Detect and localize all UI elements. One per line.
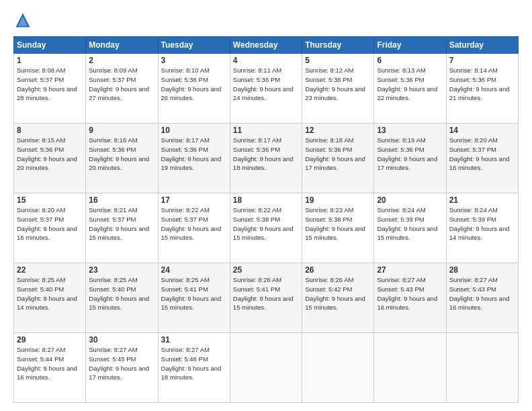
day-number: 30 [89, 335, 154, 345]
daylight-label: Daylight: 9 hours and 16 minutes. [449, 295, 510, 312]
sunset-label: Sunset: 5:36 PM [89, 146, 136, 153]
calendar-cell: 8 Sunrise: 8:15 AM Sunset: 5:36 PM Dayli… [14, 124, 86, 193]
calendar-cell: 21 Sunrise: 8:24 AM Sunset: 5:39 PM Dayl… [446, 193, 518, 263]
calendar-table: SundayMondayTuesdayWednesdayThursdayFrid… [13, 36, 519, 403]
sunrise-label: Sunrise: 8:09 AM [89, 66, 137, 74]
daylight-label: Daylight: 9 hours and 16 minutes. [377, 295, 437, 312]
page-header [13, 11, 519, 30]
day-number: 22 [17, 265, 83, 275]
calendar-week-row: 1 Sunrise: 8:08 AM Sunset: 5:37 PM Dayli… [14, 54, 519, 124]
day-number: 29 [17, 335, 83, 345]
day-number: 4 [233, 56, 299, 65]
day-info: Sunrise: 8:19 AM Sunset: 5:36 PM Dayligh… [377, 136, 443, 173]
calendar-cell: 12 Sunrise: 8:18 AM Sunset: 5:36 PM Dayl… [302, 124, 374, 193]
sunset-label: Sunset: 5:37 PM [89, 216, 136, 223]
day-header: Monday [86, 37, 158, 54]
sunrise-label: Sunrise: 8:21 AM [89, 206, 137, 214]
sunrise-label: Sunrise: 8:20 AM [17, 206, 65, 214]
day-info: Sunrise: 8:27 AM Sunset: 5:46 PM Dayligh… [161, 345, 227, 382]
daylight-label: Daylight: 9 hours and 23 minutes. [305, 85, 365, 102]
day-info: Sunrise: 8:27 AM Sunset: 5:43 PM Dayligh… [449, 275, 515, 312]
sunset-label: Sunset: 5:36 PM [233, 76, 280, 83]
sunrise-label: Sunrise: 8:08 AM [17, 66, 65, 74]
day-info: Sunrise: 8:23 AM Sunset: 5:38 PM Dayligh… [305, 205, 371, 242]
calendar-cell: 15 Sunrise: 8:20 AM Sunset: 5:37 PM Dayl… [14, 193, 86, 263]
day-header: Saturday [446, 37, 518, 54]
sunrise-label: Sunrise: 8:14 AM [449, 66, 498, 74]
sunrise-label: Sunrise: 8:12 AM [305, 66, 353, 74]
day-header: Thursday [302, 37, 374, 54]
sunrise-label: Sunrise: 8:26 AM [305, 276, 353, 283]
calendar-cell: 19 Sunrise: 8:23 AM Sunset: 5:38 PM Dayl… [302, 193, 374, 263]
day-info: Sunrise: 8:10 AM Sunset: 5:36 PM Dayligh… [161, 66, 227, 103]
calendar-cell: 3 Sunrise: 8:10 AM Sunset: 5:36 PM Dayli… [158, 54, 230, 124]
day-number: 10 [161, 126, 227, 135]
sunset-label: Sunset: 5:36 PM [305, 76, 352, 83]
day-number: 14 [449, 126, 515, 135]
day-number: 26 [305, 265, 371, 275]
day-info: Sunrise: 8:25 AM Sunset: 5:41 PM Dayligh… [161, 275, 227, 312]
day-number: 11 [233, 126, 299, 135]
day-info: Sunrise: 8:22 AM Sunset: 5:37 PM Dayligh… [161, 205, 227, 242]
sunrise-label: Sunrise: 8:15 AM [17, 136, 65, 144]
daylight-label: Daylight: 9 hours and 22 minutes. [377, 85, 437, 102]
calendar-cell: 14 Sunrise: 8:20 AM Sunset: 5:37 PM Dayl… [446, 124, 518, 193]
day-number: 9 [89, 126, 154, 135]
daylight-label: Daylight: 9 hours and 15 minutes. [161, 225, 222, 242]
day-number: 5 [305, 56, 371, 65]
day-number: 25 [233, 265, 299, 275]
day-number: 23 [89, 265, 154, 275]
daylight-label: Daylight: 9 hours and 27 minutes. [89, 85, 149, 102]
sunset-label: Sunset: 5:43 PM [377, 285, 424, 293]
daylight-label: Daylight: 9 hours and 16 minutes. [449, 155, 510, 172]
day-number: 8 [17, 126, 83, 135]
sunrise-label: Sunrise: 8:27 AM [449, 276, 498, 283]
calendar-cell: 2 Sunrise: 8:09 AM Sunset: 5:37 PM Dayli… [86, 54, 158, 124]
calendar-cell: 5 Sunrise: 8:12 AM Sunset: 5:36 PM Dayli… [302, 54, 374, 124]
day-info: Sunrise: 8:08 AM Sunset: 5:37 PM Dayligh… [17, 66, 83, 103]
sunrise-label: Sunrise: 8:22 AM [233, 206, 281, 214]
sunrise-label: Sunrise: 8:25 AM [17, 276, 65, 283]
day-number: 20 [377, 195, 443, 205]
day-header: Wednesday [230, 37, 302, 54]
daylight-label: Daylight: 9 hours and 16 minutes. [17, 225, 77, 242]
daylight-label: Daylight: 9 hours and 16 minutes. [17, 365, 77, 381]
sunrise-label: Sunrise: 8:17 AM [161, 136, 210, 144]
daylight-label: Daylight: 9 hours and 20 minutes. [89, 155, 149, 172]
sunset-label: Sunset: 5:36 PM [449, 76, 496, 83]
day-info: Sunrise: 8:14 AM Sunset: 5:36 PM Dayligh… [449, 66, 515, 103]
daylight-label: Daylight: 9 hours and 17 minutes. [305, 155, 365, 172]
day-number: 24 [161, 265, 227, 275]
sunset-label: Sunset: 5:41 PM [233, 285, 280, 293]
day-number: 7 [449, 56, 515, 65]
calendar-cell: 28 Sunrise: 8:27 AM Sunset: 5:43 PM Dayl… [446, 263, 518, 333]
calendar-cell: 25 Sunrise: 8:26 AM Sunset: 5:41 PM Dayl… [230, 263, 302, 333]
calendar-cell: 1 Sunrise: 8:08 AM Sunset: 5:37 PM Dayli… [14, 54, 86, 124]
sunrise-label: Sunrise: 8:13 AM [377, 66, 425, 74]
sunset-label: Sunset: 5:39 PM [377, 216, 424, 223]
logo [13, 11, 35, 30]
daylight-label: Daylight: 9 hours and 14 minutes. [449, 225, 510, 242]
day-info: Sunrise: 8:11 AM Sunset: 5:36 PM Dayligh… [233, 66, 299, 103]
sunset-label: Sunset: 5:36 PM [161, 76, 208, 83]
day-info: Sunrise: 8:25 AM Sunset: 5:40 PM Dayligh… [89, 275, 154, 312]
day-number: 21 [449, 195, 515, 205]
daylight-label: Daylight: 9 hours and 15 minutes. [305, 295, 365, 312]
calendar-cell: 7 Sunrise: 8:14 AM Sunset: 5:36 PM Dayli… [446, 54, 518, 124]
daylight-label: Daylight: 9 hours and 17 minutes. [377, 155, 437, 172]
calendar-cell [446, 333, 518, 403]
sunset-label: Sunset: 5:38 PM [233, 216, 280, 223]
day-info: Sunrise: 8:17 AM Sunset: 5:36 PM Dayligh… [233, 136, 299, 173]
day-info: Sunrise: 8:21 AM Sunset: 5:37 PM Dayligh… [89, 205, 154, 242]
calendar-cell: 11 Sunrise: 8:17 AM Sunset: 5:36 PM Dayl… [230, 124, 302, 193]
calendar-cell: 6 Sunrise: 8:13 AM Sunset: 5:36 PM Dayli… [374, 54, 446, 124]
daylight-label: Daylight: 9 hours and 17 minutes. [89, 365, 149, 381]
calendar-cell: 23 Sunrise: 8:25 AM Sunset: 5:40 PM Dayl… [86, 263, 158, 333]
day-info: Sunrise: 8:15 AM Sunset: 5:36 PM Dayligh… [17, 136, 83, 173]
daylight-label: Daylight: 9 hours and 28 minutes. [17, 85, 77, 102]
day-info: Sunrise: 8:09 AM Sunset: 5:37 PM Dayligh… [89, 66, 154, 103]
sunset-label: Sunset: 5:44 PM [17, 355, 64, 363]
sunset-label: Sunset: 5:36 PM [377, 76, 424, 83]
sunset-label: Sunset: 5:40 PM [89, 285, 136, 293]
sunset-label: Sunset: 5:36 PM [17, 146, 64, 153]
